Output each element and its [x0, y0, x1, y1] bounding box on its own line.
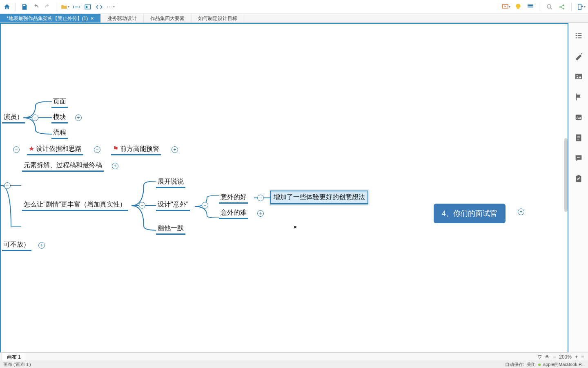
expand-toggle[interactable] — [38, 242, 45, 249]
svg-rect-3 — [528, 4, 533, 6]
save-icon[interactable] — [20, 2, 29, 11]
svg-point-10 — [576, 75, 577, 76]
vertical-scrollbar[interactable] — [564, 138, 568, 212]
idea-icon[interactable] — [514, 2, 523, 11]
collapse-toggle[interactable] — [94, 146, 100, 153]
svg-point-7 — [563, 4, 564, 6]
code-icon[interactable] — [95, 2, 104, 11]
present-icon[interactable]: ▾ — [501, 2, 510, 11]
node-text: 前方高能预警 — [120, 145, 159, 152]
search-icon[interactable] — [545, 2, 554, 11]
star-icon: ★ — [29, 145, 34, 152]
node-good[interactable]: 意外的好 — [219, 193, 248, 204]
node-module[interactable]: 模块 — [51, 113, 68, 123]
expand-toggle[interactable] — [172, 146, 178, 153]
zoom-level[interactable]: 200% — [559, 354, 572, 360]
svg-rect-1 — [86, 6, 88, 8]
collapse-toggle[interactable] — [139, 202, 145, 209]
status-bar: 画布 ('画布 1') 自动保存: 关闭 apple的MacBook P... — [0, 361, 588, 368]
sheet-tab-label: 画布 1 — [7, 354, 21, 360]
tab-active[interactable]: *地表最强作品集架构【禁止外传】(1) ✕ — [0, 14, 101, 22]
tab-label: 作品集四大要素 — [150, 16, 185, 21]
autosave-state: 关闭 — [527, 361, 536, 368]
top-toolbar: ▾ ⋯ ▾ ▾ ▾ — [0, 0, 588, 14]
redo-icon[interactable] — [43, 2, 52, 11]
open-icon[interactable]: ▾ — [60, 2, 69, 11]
node-surprise[interactable]: 设计"意外" — [156, 200, 190, 211]
node-text: 意外的难 — [220, 209, 247, 216]
node-text: 元素拆解、过程稿和最终稿 — [24, 162, 102, 168]
device-label: apple的MacBook P... — [543, 361, 585, 368]
separator — [540, 3, 540, 11]
zoom-in-icon[interactable]: + — [575, 354, 578, 360]
more-icon[interactable]: ⋯ ▾ — [106, 2, 115, 11]
node-text: 增加了一些体验更好的创意想法 — [274, 193, 365, 200]
flag-icon[interactable] — [574, 92, 583, 101]
filter-icon[interactable]: ▽ — [538, 354, 541, 360]
share-icon[interactable] — [557, 2, 566, 11]
separator — [571, 3, 572, 11]
collapse-toggle[interactable] — [202, 202, 208, 209]
comment-icon[interactable] — [574, 154, 583, 163]
node-elements[interactable]: 元素拆解、过程稿和最终稿 — [22, 161, 104, 172]
svg-point-5 — [547, 4, 551, 8]
flag-icon: ⚑ — [113, 145, 118, 152]
collapse-toggle[interactable] — [257, 195, 264, 201]
node-text: 4、你们的面试官 — [442, 209, 497, 218]
layout-icon[interactable] — [526, 2, 535, 11]
menu-icon[interactable]: ≡ — [581, 354, 584, 360]
collapse-toggle[interactable] — [32, 114, 38, 121]
task-icon[interactable] — [574, 174, 583, 183]
undo-icon[interactable] — [31, 2, 40, 11]
text-icon[interactable]: Aa — [574, 113, 583, 122]
breadcrumb: 画布 ('画布 1') — [3, 361, 31, 368]
node-hard[interactable]: 意外的难 — [219, 209, 248, 219]
node-text: 设计依据和思路 — [36, 145, 82, 152]
node-humor[interactable]: 幽他一默 — [156, 224, 185, 235]
node-process[interactable]: 流程 — [51, 128, 68, 139]
expand-toggle[interactable] — [112, 163, 118, 169]
node-ideas-selected[interactable]: 增加了一些体验更好的创意想法 — [270, 191, 368, 204]
mindmap-canvas[interactable]: 演员） 页面 模块 流程 ★设计依据和思路 ⚑前方高能预警 元素拆解、过程稿和最… — [0, 23, 568, 352]
node-expand[interactable]: 展开说说 — [156, 177, 185, 188]
node-main-topic[interactable]: 4、你们的面试官 — [434, 204, 506, 223]
expand-toggle[interactable] — [75, 114, 82, 121]
node-text: 页面 — [53, 98, 66, 105]
node-text: 意外的好 — [220, 193, 247, 200]
tab[interactable]: 业务驱动设计 — [101, 14, 144, 22]
link-icon[interactable] — [72, 2, 81, 11]
node-page[interactable]: 页面 — [51, 97, 68, 108]
image-icon[interactable] — [574, 72, 583, 81]
node-text: 演员） — [4, 113, 23, 120]
tab-label: 业务驱动设计 — [107, 16, 137, 21]
style-icon[interactable] — [574, 52, 583, 61]
node-actor[interactable]: 演员） — [2, 113, 25, 123]
expand-toggle[interactable] — [257, 210, 264, 217]
view-icon[interactable] — [83, 2, 92, 11]
svg-point-8 — [563, 8, 564, 9]
home-icon[interactable] — [2, 2, 11, 11]
close-icon[interactable]: ✕ — [90, 14, 94, 23]
node-optional[interactable]: 可不放） — [2, 240, 31, 251]
node-richer[interactable]: 怎么让"剧情"更丰富（增加真实性） — [22, 200, 128, 211]
tab[interactable]: 如何制定设计目标 — [192, 14, 244, 22]
expand-toggle[interactable] — [518, 209, 524, 215]
outline-icon[interactable] — [574, 31, 583, 40]
document-tabstrip: *地表最强作品集架构【禁止外传】(1) ✕ 业务驱动设计 作品集四大要素 如何制… — [0, 14, 588, 23]
tab-label: 如何制定设计目标 — [198, 16, 237, 21]
export-icon[interactable]: ▾ — [577, 2, 586, 11]
note-icon[interactable] — [574, 133, 583, 142]
collapse-toggle[interactable] — [13, 146, 20, 153]
node-basis[interactable]: ★设计依据和思路 — [27, 145, 83, 155]
zoom-out-icon[interactable]: − — [553, 354, 556, 360]
separator — [56, 3, 56, 11]
svg-text:Aa: Aa — [576, 116, 581, 120]
sheet-tabbar: 画布 1 ▽ 👁 − 200% + ≡ — [0, 352, 588, 361]
svg-point-6 — [559, 6, 561, 7]
eye-icon[interactable]: 👁 — [545, 354, 550, 360]
node-warning[interactable]: ⚑前方高能预警 — [111, 145, 161, 155]
tab[interactable]: 作品集四大要素 — [144, 14, 192, 22]
workspace: 演员） 页面 模块 流程 ★设计依据和思路 ⚑前方高能预警 元素拆解、过程稿和最… — [0, 23, 588, 352]
sheet-tab[interactable]: 画布 1 — [2, 353, 26, 361]
collapse-toggle[interactable] — [4, 182, 11, 189]
